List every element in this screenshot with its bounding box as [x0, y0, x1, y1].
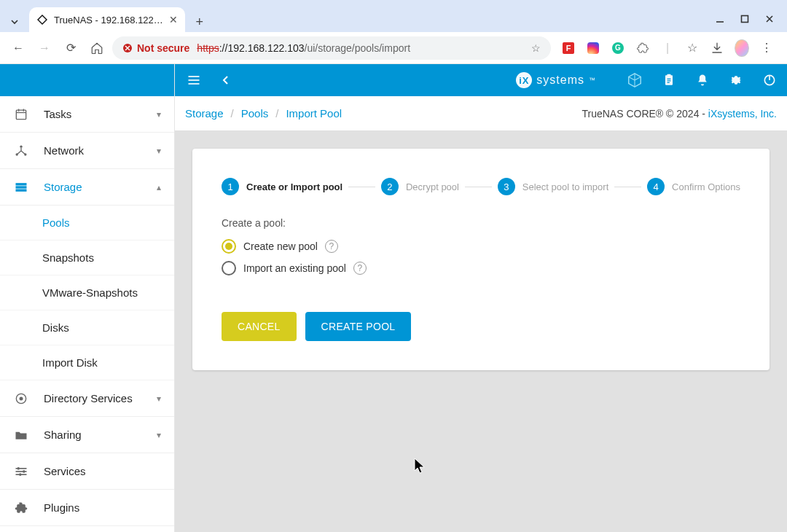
breadcrumb-link[interactable]: Import Pool [286, 107, 342, 120]
breadcrumb-link[interactable]: Pools [241, 107, 269, 120]
folder-share-icon [13, 428, 29, 442]
step-number: 3 [498, 178, 515, 195]
radio-input[interactable] [222, 261, 236, 275]
step-label: Create or Import pool [246, 181, 342, 192]
window-minimize-icon[interactable] [714, 13, 726, 25]
wizard-card: 1 Create or Import pool 2 Decrypt pool 3… [192, 149, 770, 370]
step-2[interactable]: 2 Decrypt pool [381, 178, 459, 195]
directory-icon [13, 391, 29, 406]
storage-icon [13, 180, 29, 195]
bookmark-star-icon[interactable]: ☆ [531, 42, 541, 54]
step-connector [614, 187, 641, 187]
svg-rect-3 [742, 16, 748, 23]
address-bar[interactable]: Not secure https://192.168.122.103/ui/st… [112, 36, 551, 60]
breadcrumb-link[interactable]: Storage [185, 107, 224, 120]
breadcrumb: Storage / Pools / Import Pool [185, 107, 342, 120]
not-secure-label: Not secure [137, 42, 189, 54]
not-secure-badge[interactable]: Not secure [122, 42, 189, 54]
extensions-icon[interactable] [635, 41, 650, 55]
truecommand-icon[interactable] [627, 72, 643, 88]
ext-instagram-icon[interactable] [586, 41, 600, 55]
sidebar-item-label: Storage [44, 181, 82, 193]
sidebar-item-label: Sharing [44, 429, 82, 441]
nav-forward-icon[interactable]: → [34, 37, 55, 59]
app-header: iX systems™ [175, 64, 787, 96]
svg-rect-35 [23, 470, 26, 472]
sidebar-item-storage[interactable]: Storage ▴ [0, 169, 174, 206]
stepper: 1 Create or Import pool 2 Decrypt pool 3… [222, 178, 740, 195]
clipboard-icon[interactable] [662, 73, 676, 87]
chevron-down-icon: ▾ [157, 146, 161, 156]
sidebar-item-directory-services[interactable]: Directory Services ▾ [0, 380, 174, 417]
breadcrumb-bar: Storage / Pools / Import Pool TrueNAS CO… [175, 96, 787, 131]
ixsystems-link[interactable]: iXsystems, Inc. [708, 108, 777, 120]
step-label: Confirm Options [672, 181, 740, 192]
nav-back-icon[interactable]: ← [7, 37, 29, 59]
download-icon[interactable] [710, 41, 724, 55]
sidebar-sub-vmware-snapshots[interactable]: VMware-Snapshots [0, 275, 174, 310]
sidebar-item-network[interactable]: Network ▾ [0, 133, 174, 169]
power-icon[interactable] [762, 73, 777, 87]
ixsystems-logo[interactable]: iX systems™ [516, 72, 596, 88]
step-connector [348, 187, 375, 187]
help-icon[interactable]: ? [353, 262, 367, 275]
ext-flipboard-icon[interactable]: F [561, 41, 576, 55]
cancel-button[interactable]: CANCEL [222, 312, 297, 341]
logo-text: systems [536, 74, 584, 87]
settings-gear-icon[interactable] [729, 73, 743, 87]
ext-grammarly-icon[interactable]: G [611, 41, 625, 55]
step-number: 4 [647, 178, 665, 195]
menu-toggle-icon[interactable] [185, 71, 203, 89]
sidebar-item-label: Network [44, 144, 84, 157]
step-connector [465, 187, 492, 187]
content-area: Storage / Pools / Import Pool TrueNAS CO… [175, 64, 787, 532]
profile-avatar-icon[interactable] [735, 41, 749, 55]
calendar-icon [13, 107, 29, 122]
form-legend: Create a pool: [222, 217, 740, 229]
radio-label: Create new pool [243, 240, 318, 252]
window-close-icon[interactable] [764, 13, 775, 25]
tune-icon [13, 464, 29, 479]
window-maximize-icon[interactable] [739, 13, 751, 25]
svg-rect-28 [16, 189, 27, 191]
url-text: https://192.168.122.103/ui/storage/pools… [197, 42, 410, 54]
step-number: 1 [222, 178, 239, 195]
notifications-icon[interactable] [695, 73, 710, 87]
kebab-menu-icon[interactable]: ⋮ [759, 41, 774, 55]
radio-create-new-pool[interactable]: Create new pool ? [222, 239, 740, 254]
chevron-down-icon: ▾ [157, 109, 161, 120]
sidebar-sub-disks[interactable]: Disks [0, 310, 174, 345]
copyright-text: TrueNAS CORE® © 2024 - iXsystems, Inc. [582, 108, 777, 120]
nav-reload-icon[interactable]: ⟳ [60, 37, 82, 59]
svg-rect-12 [665, 75, 673, 85]
sidebar-item-sharing[interactable]: Sharing ▾ [0, 417, 174, 453]
extension-icon [13, 501, 29, 515]
radio-import-existing-pool[interactable]: Import an existing pool ? [222, 261, 740, 275]
sidebar-item-label: Plugins [44, 501, 79, 514]
bookmark-star2-icon[interactable]: ☆ [685, 41, 700, 55]
tabs-dropdown[interactable] [4, 12, 25, 32]
header-back-icon[interactable] [217, 71, 235, 89]
step-4[interactable]: 4 Confirm Options [647, 178, 740, 195]
window-controls [714, 13, 783, 32]
svg-rect-19 [16, 110, 26, 120]
nav-home-icon[interactable] [86, 37, 108, 59]
tab-close-icon[interactable]: ✕ [169, 14, 178, 26]
sidebar-sub-pools[interactable]: Pools [0, 206, 174, 240]
sidebar-item-tasks[interactable]: Tasks ▾ [0, 96, 174, 133]
radio-input[interactable] [222, 239, 236, 254]
step-1[interactable]: 1 Create or Import pool [222, 178, 342, 195]
sidebar-sub-import-disk[interactable]: Import Disk [0, 345, 174, 380]
sidebar-item-services[interactable]: Services [0, 453, 174, 490]
favicon-truenas-icon [36, 14, 48, 26]
browser-tab[interactable]: TrueNAS - 192.168.122… ✕ [29, 7, 185, 32]
help-icon[interactable]: ? [325, 240, 338, 253]
sidebar-item-plugins[interactable]: Plugins [0, 490, 174, 526]
chevron-down-icon: ▾ [157, 430, 161, 440]
new-tab-button[interactable]: + [189, 12, 210, 32]
sidebar-sub-snapshots[interactable]: Snapshots [0, 240, 174, 275]
step-3[interactable]: 3 Select pool to import [498, 178, 609, 195]
sidebar: Tasks ▾ Network ▾ Storage ▴ Pools Snapsh… [0, 64, 175, 532]
svg-rect-26 [16, 183, 27, 185]
create-pool-button[interactable]: CREATE POOL [305, 312, 412, 341]
